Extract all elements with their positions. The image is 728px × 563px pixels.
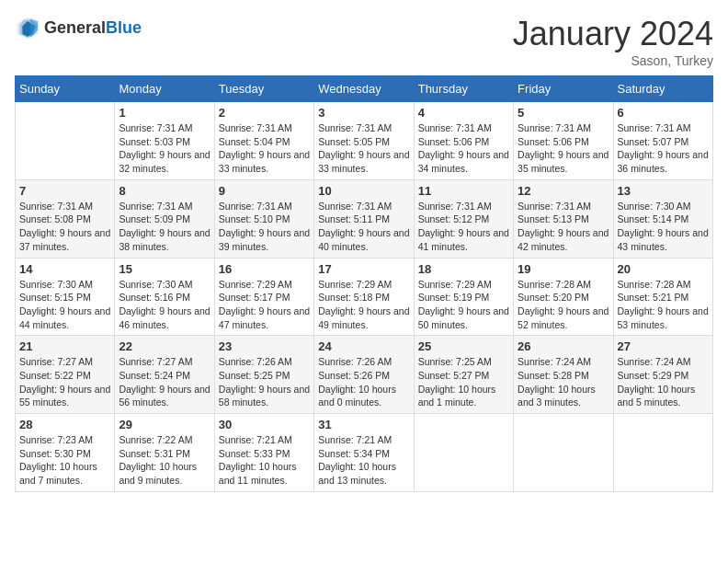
calendar-cell: 19 Sunrise: 7:28 AMSunset: 5:20 PMDaylig… xyxy=(514,258,613,336)
calendar-cell: 6 Sunrise: 7:31 AMSunset: 5:07 PMDayligh… xyxy=(613,102,712,180)
day-number: 28 xyxy=(19,418,110,431)
location-subtitle: Sason, Turkey xyxy=(513,53,713,68)
day-detail: Sunrise: 7:31 AMSunset: 5:13 PMDaylight:… xyxy=(518,200,609,254)
calendar-cell xyxy=(613,414,712,492)
day-detail: Sunrise: 7:31 AMSunset: 5:03 PMDaylight:… xyxy=(119,121,210,176)
day-number: 23 xyxy=(219,339,310,353)
calendar-cell xyxy=(414,414,513,492)
day-detail: Sunrise: 7:30 AMSunset: 5:15 PMDaylight:… xyxy=(19,278,110,332)
column-header-monday: Monday xyxy=(115,76,214,102)
day-number: 16 xyxy=(219,262,310,276)
calendar-cell: 28 Sunrise: 7:23 AMSunset: 5:30 PMDaylig… xyxy=(16,414,115,492)
day-detail: Sunrise: 7:31 AMSunset: 5:04 PMDaylight:… xyxy=(219,121,310,176)
calendar-cell: 5 Sunrise: 7:31 AMSunset: 5:06 PMDayligh… xyxy=(514,102,613,180)
day-detail: Sunrise: 7:26 AMSunset: 5:25 PMDaylight:… xyxy=(219,355,310,409)
calendar-cell: 26 Sunrise: 7:24 AMSunset: 5:28 PMDaylig… xyxy=(514,336,613,414)
day-detail: Sunrise: 7:22 AMSunset: 5:31 PMDaylight:… xyxy=(119,433,210,488)
logo-text: GeneralBlue xyxy=(44,18,142,38)
day-number: 9 xyxy=(219,184,310,198)
day-number: 10 xyxy=(318,184,409,198)
day-number: 15 xyxy=(119,262,210,276)
day-detail: Sunrise: 7:28 AMSunset: 5:21 PMDaylight:… xyxy=(618,278,709,332)
calendar-cell: 22 Sunrise: 7:27 AMSunset: 5:24 PMDaylig… xyxy=(115,336,214,414)
calendar-cell: 27 Sunrise: 7:24 AMSunset: 5:29 PMDaylig… xyxy=(613,336,712,414)
day-detail: Sunrise: 7:24 AMSunset: 5:29 PMDaylight:… xyxy=(618,355,709,409)
calendar-cell: 13 Sunrise: 7:30 AMSunset: 5:14 PMDaylig… xyxy=(613,179,712,258)
day-number: 13 xyxy=(618,184,709,198)
day-number: 27 xyxy=(618,339,709,353)
day-detail: Sunrise: 7:27 AMSunset: 5:24 PMDaylight:… xyxy=(119,355,210,409)
logo: GeneralBlue xyxy=(15,15,142,40)
day-detail: Sunrise: 7:28 AMSunset: 5:20 PMDaylight:… xyxy=(518,278,609,332)
day-detail: Sunrise: 7:31 AMSunset: 5:09 PMDaylight:… xyxy=(119,200,210,254)
calendar-cell: 16 Sunrise: 7:29 AMSunset: 5:17 PMDaylig… xyxy=(214,258,313,336)
calendar-table: SundayMondayTuesdayWednesdayThursdayFrid… xyxy=(15,75,713,492)
day-number: 30 xyxy=(219,418,310,431)
day-number: 24 xyxy=(318,339,409,353)
day-detail: Sunrise: 7:23 AMSunset: 5:30 PMDaylight:… xyxy=(19,433,110,488)
day-detail: Sunrise: 7:31 AMSunset: 5:06 PMDaylight:… xyxy=(518,121,609,176)
column-header-wednesday: Wednesday xyxy=(314,76,414,102)
calendar-cell: 14 Sunrise: 7:30 AMSunset: 5:15 PMDaylig… xyxy=(16,258,115,336)
day-number: 2 xyxy=(219,106,310,120)
day-detail: Sunrise: 7:29 AMSunset: 5:19 PMDaylight:… xyxy=(418,278,509,332)
calendar-cell: 23 Sunrise: 7:26 AMSunset: 5:25 PMDaylig… xyxy=(214,336,313,414)
month-title: January 2024 xyxy=(513,15,713,53)
calendar-cell xyxy=(514,414,613,492)
calendar-cell: 10 Sunrise: 7:31 AMSunset: 5:11 PMDaylig… xyxy=(314,179,414,258)
header-area: GeneralBlue January 2024 Sason, Turkey xyxy=(15,15,713,68)
day-number: 5 xyxy=(518,106,609,120)
calendar-cell: 4 Sunrise: 7:31 AMSunset: 5:06 PMDayligh… xyxy=(414,102,513,180)
day-detail: Sunrise: 7:31 AMSunset: 5:12 PMDaylight:… xyxy=(418,200,509,254)
day-detail: Sunrise: 7:26 AMSunset: 5:26 PMDaylight:… xyxy=(318,355,409,409)
calendar-cell: 12 Sunrise: 7:31 AMSunset: 5:13 PMDaylig… xyxy=(514,179,613,258)
day-number: 17 xyxy=(318,262,409,276)
day-detail: Sunrise: 7:24 AMSunset: 5:28 PMDaylight:… xyxy=(518,355,609,409)
logo-blue: Blue xyxy=(106,18,142,37)
calendar-cell: 30 Sunrise: 7:21 AMSunset: 5:33 PMDaylig… xyxy=(214,414,313,492)
calendar-cell: 9 Sunrise: 7:31 AMSunset: 5:10 PMDayligh… xyxy=(214,179,313,258)
day-number: 14 xyxy=(19,262,110,276)
day-detail: Sunrise: 7:25 AMSunset: 5:27 PMDaylight:… xyxy=(418,355,509,409)
day-detail: Sunrise: 7:21 AMSunset: 5:33 PMDaylight:… xyxy=(219,433,310,488)
day-number: 18 xyxy=(418,262,509,276)
day-number: 26 xyxy=(518,339,609,353)
day-number: 29 xyxy=(119,418,210,431)
calendar-cell: 11 Sunrise: 7:31 AMSunset: 5:12 PMDaylig… xyxy=(414,179,513,258)
calendar-cell: 8 Sunrise: 7:31 AMSunset: 5:09 PMDayligh… xyxy=(115,179,214,258)
day-number: 6 xyxy=(618,106,709,120)
day-number: 21 xyxy=(19,339,110,353)
calendar-cell: 2 Sunrise: 7:31 AMSunset: 5:04 PMDayligh… xyxy=(214,102,313,180)
day-detail: Sunrise: 7:30 AMSunset: 5:16 PMDaylight:… xyxy=(119,278,210,332)
calendar-cell: 29 Sunrise: 7:22 AMSunset: 5:31 PMDaylig… xyxy=(115,414,214,492)
day-detail: Sunrise: 7:31 AMSunset: 5:08 PMDaylight:… xyxy=(19,200,110,254)
day-number: 25 xyxy=(418,339,509,353)
day-number: 31 xyxy=(318,418,409,431)
day-detail: Sunrise: 7:31 AMSunset: 5:06 PMDaylight:… xyxy=(418,121,509,176)
calendar-cell: 3 Sunrise: 7:31 AMSunset: 5:05 PMDayligh… xyxy=(314,102,414,180)
day-number: 11 xyxy=(418,184,509,198)
day-detail: Sunrise: 7:30 AMSunset: 5:14 PMDaylight:… xyxy=(618,200,709,254)
calendar-cell: 20 Sunrise: 7:28 AMSunset: 5:21 PMDaylig… xyxy=(613,258,712,336)
day-detail: Sunrise: 7:29 AMSunset: 5:17 PMDaylight:… xyxy=(219,278,310,332)
calendar-cell: 18 Sunrise: 7:29 AMSunset: 5:19 PMDaylig… xyxy=(414,258,513,336)
calendar-cell: 1 Sunrise: 7:31 AMSunset: 5:03 PMDayligh… xyxy=(115,102,214,180)
column-header-friday: Friday xyxy=(514,76,613,102)
calendar-cell: 24 Sunrise: 7:26 AMSunset: 5:26 PMDaylig… xyxy=(314,336,414,414)
day-number: 20 xyxy=(618,262,709,276)
day-detail: Sunrise: 7:31 AMSunset: 5:11 PMDaylight:… xyxy=(318,200,409,254)
day-number: 4 xyxy=(418,106,509,120)
day-number: 1 xyxy=(119,106,210,120)
day-detail: Sunrise: 7:27 AMSunset: 5:22 PMDaylight:… xyxy=(19,355,110,409)
logo-general: General xyxy=(44,18,106,37)
calendar-cell: 15 Sunrise: 7:30 AMSunset: 5:16 PMDaylig… xyxy=(115,258,214,336)
calendar-cell: 7 Sunrise: 7:31 AMSunset: 5:08 PMDayligh… xyxy=(16,179,115,258)
calendar-cell xyxy=(16,102,115,180)
title-area: January 2024 Sason, Turkey xyxy=(513,15,713,68)
day-detail: Sunrise: 7:31 AMSunset: 5:07 PMDaylight:… xyxy=(618,121,709,176)
day-detail: Sunrise: 7:29 AMSunset: 5:18 PMDaylight:… xyxy=(318,278,409,332)
day-number: 22 xyxy=(119,339,210,353)
day-number: 12 xyxy=(518,184,609,198)
calendar-cell: 21 Sunrise: 7:27 AMSunset: 5:22 PMDaylig… xyxy=(16,336,115,414)
day-number: 19 xyxy=(518,262,609,276)
